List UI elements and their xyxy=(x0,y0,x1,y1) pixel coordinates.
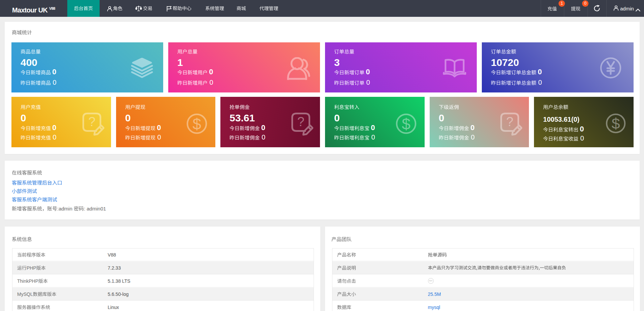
svg-text:0: 0 xyxy=(52,123,56,132)
svg-text:0: 0 xyxy=(52,68,56,76)
svg-text:0: 0 xyxy=(262,133,265,141)
svg-text:: admin01: : admin01 xyxy=(84,206,106,211)
svg-text:$: $ xyxy=(612,115,620,132)
svg-text:ThinkPHP: ThinkPHP xyxy=(17,278,38,284)
svg-text:0: 0 xyxy=(209,68,213,76)
svg-text::admin: :admin xyxy=(57,206,72,211)
svg-text:PHP: PHP xyxy=(27,265,36,271)
svg-text:?: ? xyxy=(88,115,95,129)
svg-text:0: 0 xyxy=(157,123,161,132)
svg-text:0: 0 xyxy=(53,133,57,141)
svg-text:0: 0 xyxy=(538,68,542,76)
svg-text:0: 0 xyxy=(580,125,584,133)
svg-text:0: 0 xyxy=(53,79,57,86)
svg-text:$: $ xyxy=(402,115,410,133)
svg-text:0: 0 xyxy=(471,133,474,141)
svg-text:0: 0 xyxy=(261,123,265,132)
svg-text:0: 0 xyxy=(210,79,213,86)
svg-text:$: $ xyxy=(193,115,202,133)
svg-text:0: 0 xyxy=(580,134,584,142)
svg-text:?: ? xyxy=(506,115,513,129)
svg-text:0: 0 xyxy=(538,79,542,86)
svg-text:0: 0 xyxy=(470,123,474,132)
svg-text:0: 0 xyxy=(371,123,375,132)
svg-text:?: ? xyxy=(297,115,304,129)
svg-text:0: 0 xyxy=(366,68,370,76)
svg-text:0: 0 xyxy=(366,79,370,86)
svg-text:MySQL: MySQL xyxy=(17,291,33,297)
svg-text:0: 0 xyxy=(371,133,375,141)
svg-text:0: 0 xyxy=(157,133,161,141)
